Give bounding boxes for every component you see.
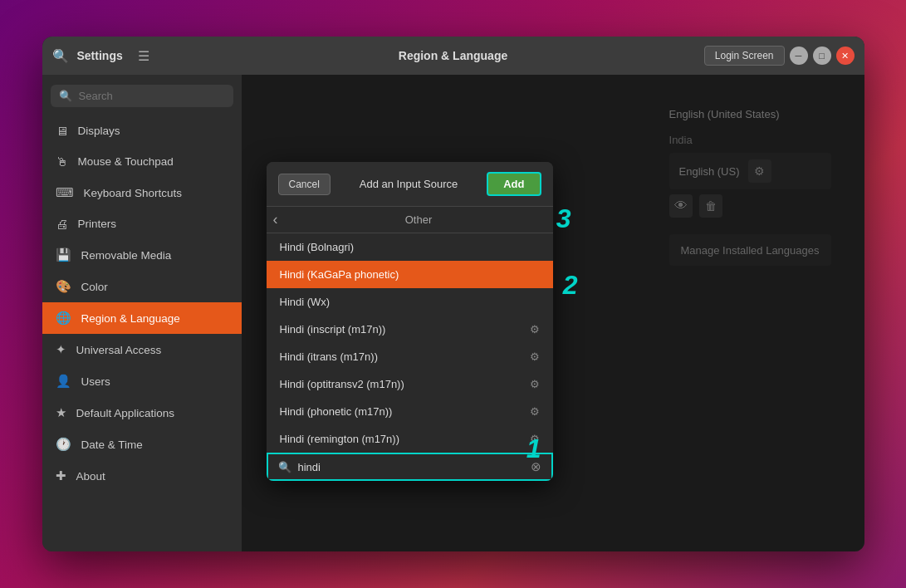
sidebar-item-keyboard-shortcuts[interactable]: ⌨ Keyboard Shortcuts — [42, 177, 242, 208]
titlebar: 🔍 Settings ☰ Region & Language Login Scr… — [42, 37, 864, 75]
list-item-hindi-remington[interactable]: Hindi (remington (m17n)) ⚙ — [267, 425, 553, 453]
printer-icon: 🖨 — [56, 217, 68, 231]
sidebar-search-input[interactable] — [79, 90, 225, 102]
sidebar-item-region-language[interactable]: 🌐 Region & Language — [42, 302, 242, 334]
sidebar-item-keyboard-label: Keyboard Shortcuts — [84, 187, 183, 199]
sidebar-item-printers[interactable]: 🖨 Printers — [42, 208, 242, 239]
sidebar: 🔍 🖥 Displays 🖱 Mouse & Touchpad ⌨ Keyboa… — [42, 75, 242, 551]
add-input-source-modal: Cancel Add an Input Source Add ‹ Other — [267, 162, 553, 481]
gear-icon-phonetic: ⚙ — [530, 405, 540, 418]
list-item-hindi-wx[interactable]: Hindi (Wx) — [267, 288, 553, 316]
modal-header: Cancel Add an Input Source Add — [267, 162, 553, 207]
keyboard-icon: ⌨ — [56, 185, 74, 200]
color-icon: 🎨 — [56, 279, 71, 294]
content-area: 🔍 🖥 Displays 🖱 Mouse & Touchpad ⌨ Keyboa… — [42, 75, 864, 551]
modal-back-button[interactable]: ‹ — [267, 208, 285, 232]
date-icon: 🕐 — [56, 437, 71, 452]
sidebar-item-default-apps-label: Default Applications — [76, 407, 175, 419]
region-icon: 🌐 — [56, 311, 71, 326]
sidebar-item-about[interactable]: ✚ About — [42, 460, 242, 492]
sidebar-search-icon: 🔍 — [59, 90, 72, 102]
search-icon: 🔍 — [52, 48, 69, 64]
sidebar-item-default-applications[interactable]: ★ Default Applications — [42, 397, 242, 429]
modal-add-button[interactable]: Add — [487, 172, 541, 196]
step-3-indicator: 3 — [556, 203, 571, 234]
mouse-icon: 🖱 — [56, 154, 68, 169]
minimize-button[interactable]: ─ — [790, 47, 808, 65]
sidebar-item-mouse-label: Mouse & Touchpad — [78, 155, 174, 168]
modal-overlay: Cancel Add an Input Source Add ‹ Other — [242, 75, 864, 551]
step-1-indicator: 1 — [526, 434, 541, 464]
sidebar-search[interactable]: 🔍 — [51, 85, 233, 107]
modal-search-icon: 🔍 — [278, 461, 291, 473]
sidebar-item-region-label: Region & Language — [81, 312, 180, 325]
access-icon: ✦ — [56, 342, 66, 357]
list-item-hindi-inscript[interactable]: Hindi (inscript (m17n)) ⚙ — [267, 316, 553, 343]
maximize-button[interactable]: □ — [813, 47, 831, 65]
sidebar-item-users-label: Users — [81, 375, 110, 388]
list-item-hindi-bolnagri[interactable]: Hindi (Bolnagri) — [267, 233, 553, 261]
sidebar-item-mouse-touchpad[interactable]: 🖱 Mouse & Touchpad — [42, 146, 242, 177]
list-item-hindi-phonetic[interactable]: Hindi (phonetic (m17n)) ⚙ — [267, 398, 553, 425]
app-title: Settings — [77, 49, 123, 62]
modal-cancel-button[interactable]: Cancel — [278, 174, 331, 195]
list-item-hindi-kagapa[interactable]: Hindi (KaGaPa phonetic) — [267, 261, 553, 288]
close-button[interactable]: ✕ — [836, 47, 855, 65]
list-item-hindi-optitransv2[interactable]: Hindi (optitransv2 (m17n)) ⚙ — [267, 370, 553, 398]
removable-icon: 💾 — [56, 247, 71, 262]
modal-search-input[interactable] — [298, 461, 524, 473]
list-item-hindi-itrans[interactable]: Hindi (itrans (m17n)) ⚙ — [267, 343, 553, 370]
login-screen-button[interactable]: Login Screen — [704, 46, 785, 66]
sidebar-item-about-label: About — [76, 470, 105, 483]
displays-icon: 🖥 — [56, 124, 68, 138]
titlebar-right: Login Screen ─ □ ✕ — [672, 46, 855, 66]
titlebar-left: 🔍 Settings ☰ — [52, 48, 235, 64]
gear-icon-inscript: ⚙ — [530, 323, 540, 336]
sidebar-item-date-time[interactable]: 🕐 Date & Time — [42, 429, 242, 460]
sidebar-item-displays[interactable]: 🖥 Displays — [42, 115, 242, 146]
gear-icon-itrans: ⚙ — [530, 350, 540, 363]
main-content: English (United States) India English (U… — [242, 75, 864, 551]
sidebar-item-removable-media[interactable]: 💾 Removable Media — [42, 239, 242, 271]
modal-title: Add an Input Source — [337, 178, 480, 190]
modal-wrapper: Cancel Add an Input Source Add ‹ Other — [267, 162, 553, 481]
step-2-indicator: 2 — [563, 270, 578, 301]
sidebar-item-access-label: Universal Access — [76, 344, 162, 356]
default-apps-icon: ★ — [56, 405, 66, 420]
modal-search-bar: 🔍 ⊗ — [267, 453, 553, 481]
modal-section-header: Other — [285, 207, 553, 233]
sidebar-item-color-label: Color — [81, 281, 108, 293]
modal-list: Hindi (Bolnagri) Hindi (KaGaPa phonetic)… — [267, 233, 553, 453]
sidebar-item-users[interactable]: 👤 Users — [42, 365, 242, 397]
sidebar-item-removable-label: Removable Media — [81, 249, 172, 262]
settings-window: 🔍 Settings ☰ Region & Language Login Scr… — [42, 37, 864, 551]
sidebar-item-printers-label: Printers — [78, 218, 117, 230]
sidebar-item-universal-access[interactable]: ✦ Universal Access — [42, 334, 242, 365]
modal-section-row: ‹ Other — [267, 207, 553, 233]
sidebar-item-date-label: Date & Time — [81, 439, 143, 451]
about-icon: ✚ — [56, 468, 66, 483]
window-center-title: Region & Language — [235, 49, 672, 62]
gear-icon-optitransv2: ⚙ — [530, 378, 540, 390]
menu-icon[interactable]: ☰ — [138, 48, 149, 64]
users-icon: 👤 — [56, 374, 71, 389]
sidebar-item-displays-label: Displays — [78, 125, 120, 137]
sidebar-item-color[interactable]: 🎨 Color — [42, 271, 242, 302]
